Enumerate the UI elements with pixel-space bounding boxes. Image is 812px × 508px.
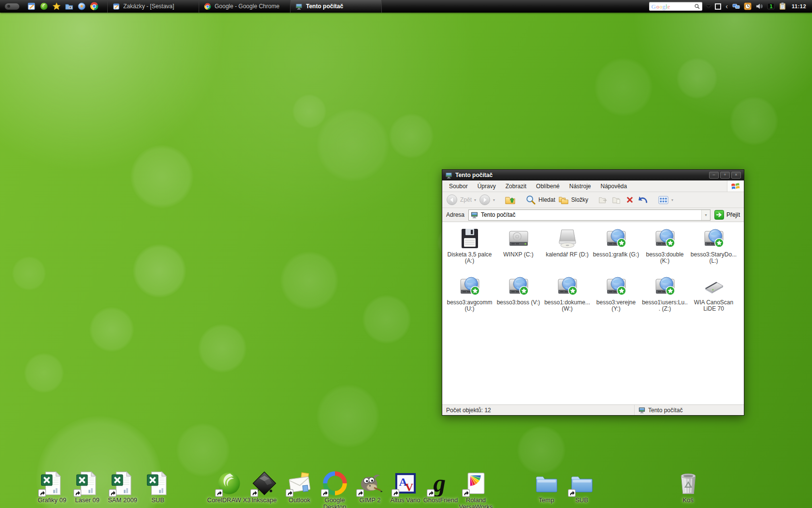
folder-view[interactable]: Disketa 3,5 palce (A:) WINXP (C:) kalend… (442, 222, 744, 404)
desktop-icon-grafiky09[interactable]: Grafiky 09 (34, 470, 70, 504)
address-dropdown-icon[interactable]: ▾ (701, 210, 710, 220)
desktop-icon-outlook[interactable]: Outlook (282, 470, 317, 504)
clock-tray-icon[interactable] (744, 2, 752, 10)
computer-icon (638, 407, 645, 414)
desktop-icon-altus-vario[interactable]: Altus Vario (388, 470, 423, 504)
views-grid-icon (658, 194, 669, 206)
network-icon[interactable] (732, 2, 740, 10)
desktop-icon-temp[interactable]: Temp (529, 470, 564, 504)
taskbar-button-chrome[interactable]: Google - Google Chrome (199, 0, 290, 13)
drive-item[interactable]: besso1:grafik (G:) (592, 227, 640, 275)
drive-label: besso1\users:Lu... (Z:) (641, 299, 689, 313)
taskbar-right: Google ‹ 1 11:12 (649, 2, 812, 11)
desktop-icon-sub-folder[interactable]: SUB (564, 470, 599, 504)
undo-button[interactable] (638, 194, 648, 205)
google-search-input[interactable]: Google (649, 2, 702, 11)
chrome-icon[interactable] (90, 2, 99, 11)
desktop-icon-ghostfriend[interactable]: GhostFriend (423, 470, 458, 504)
desktop-icon-sam2009[interactable]: SAM 2009 (105, 470, 140, 504)
hard-drive-icon (507, 227, 530, 250)
notes-shortcut-icon[interactable] (27, 2, 36, 11)
drive-item[interactable]: besso3:StaryDo... (L:) (689, 227, 738, 275)
delete-button[interactable] (625, 195, 635, 205)
go-button[interactable]: Přejít (714, 210, 740, 220)
drive-label: WIA CanoScan LiDE 70 (690, 299, 738, 313)
desktop-icon-roland-versaworks[interactable]: Roland VersaWorks (458, 470, 493, 508)
chrome-icon (204, 3, 211, 10)
desktop-icon-google-desktop[interactable]: Google Desktop (317, 470, 352, 508)
taskbar-button-tento-pocitac[interactable]: Tento počítač (290, 0, 382, 13)
drive-item[interactable]: besso1\users:Lu... (Z:) (640, 275, 689, 323)
desktop-icon-sub-xls[interactable]: SUB (140, 470, 175, 504)
search-icon (525, 194, 536, 205)
folders-button[interactable]: Složky (558, 194, 588, 205)
menu-upravy[interactable]: Úpravy (473, 183, 501, 190)
maximize-button[interactable]: + (720, 172, 730, 179)
search-dropdown-icon[interactable] (706, 5, 711, 8)
move-to-button[interactable] (598, 194, 609, 205)
status-bar: Počet objektů: 12 Tento počítač (442, 404, 744, 415)
bokeh-circle (292, 94, 326, 128)
drive-item[interactable]: Disketa 3,5 palce (A:) (445, 227, 494, 275)
minimize-button[interactable]: – (709, 172, 719, 179)
views-dropdown-icon[interactable]: ▾ (671, 198, 673, 202)
back-button[interactable]: Zpět ▾ (446, 194, 476, 206)
drive-item[interactable]: besso3:avgcomm (U:) (445, 275, 494, 323)
taskbar-button-zakazky[interactable]: Zakázky - [Sestava] (107, 0, 199, 13)
shortcut-arrow-icon (73, 489, 81, 497)
drive-label: besso1:dokume... (W:) (544, 299, 591, 313)
pictures-folder-icon[interactable] (65, 2, 73, 11)
green-orb-app-icon[interactable] (40, 2, 48, 11)
desktop-icon-coreldraw[interactable]: CorelDRAW X3 (211, 470, 246, 504)
volume-icon[interactable] (755, 2, 763, 10)
favorites-star-icon[interactable] (52, 2, 61, 11)
drive-item[interactable]: besso1:dokume... (W:) (543, 275, 592, 323)
network-drive-icon (605, 227, 628, 250)
desktop-icon-recycle-bin[interactable]: Koš (670, 470, 706, 504)
desktop-icon-inkscape[interactable]: Inkscape (246, 470, 282, 504)
network-drive-icon (605, 275, 628, 298)
back-arrow-icon (446, 194, 458, 206)
drive-item[interactable]: besso3:boss (V:) (494, 275, 543, 323)
led-counter-icon[interactable]: 1 (767, 2, 775, 10)
drive-item[interactable]: besso3:double (K:) (640, 227, 689, 275)
desktop-icon-laser09[interactable]: Laser 09 (70, 470, 105, 504)
menu-soubor[interactable]: Soubor (444, 183, 473, 190)
forward-arrow-icon (479, 194, 491, 206)
views-button[interactable]: ▾ (658, 194, 673, 206)
toolbar: Zpět ▾ ▾ Hledat Složky ▾ (442, 192, 744, 208)
copy-to-button[interactable] (611, 194, 622, 205)
scanner-item[interactable]: WIA CanoScan LiDE 70 (689, 275, 738, 323)
drive-item[interactable]: kalendář RF (D:) (543, 227, 592, 275)
address-bar: Adresa Tento počítač ▾ Přejít (442, 208, 744, 222)
search-button[interactable]: Hledat (525, 194, 555, 205)
drive-item[interactable]: WINXP (C:) (494, 227, 543, 275)
up-folder-button[interactable] (505, 194, 516, 206)
clipboard-icon[interactable] (779, 2, 786, 10)
address-combo[interactable]: Tento počítač ▾ (468, 209, 710, 221)
desktop-icon-gimp[interactable]: GIMP 2 (352, 470, 388, 504)
bokeh-circle (317, 109, 389, 181)
close-button[interactable]: × (731, 172, 741, 179)
bokeh-circle (517, 426, 566, 474)
shortcut-arrow-icon (321, 489, 329, 497)
window-controls: – + × (709, 172, 741, 179)
start-button[interactable] (5, 3, 19, 10)
drive-label: besso3:boss (V:) (497, 299, 540, 306)
drive-item[interactable]: besso3:verejne (Y:) (592, 275, 640, 323)
restore-window-icon[interactable] (715, 3, 721, 10)
bokeh-circle (317, 385, 379, 448)
go-label: Přejít (726, 211, 740, 218)
menu-oblibene[interactable]: Oblíbené (531, 183, 565, 190)
menu-nastroje[interactable]: Nástroje (565, 183, 596, 190)
computer-icon (471, 211, 478, 219)
menu-napoveda[interactable]: Nápověda (595, 183, 632, 190)
forward-dropdown-icon[interactable]: ▾ (493, 198, 495, 202)
shortcut-arrow-icon (215, 489, 223, 497)
tray-collapse-icon[interactable]: ‹ (725, 3, 728, 10)
title-bar[interactable]: Tento počítač – + × (442, 170, 744, 180)
back-dropdown-icon[interactable]: ▾ (474, 198, 476, 202)
menu-zobrazit[interactable]: Zobrazit (501, 183, 531, 190)
internet-globe-icon[interactable] (77, 2, 86, 11)
forward-button[interactable]: ▾ (479, 194, 495, 206)
